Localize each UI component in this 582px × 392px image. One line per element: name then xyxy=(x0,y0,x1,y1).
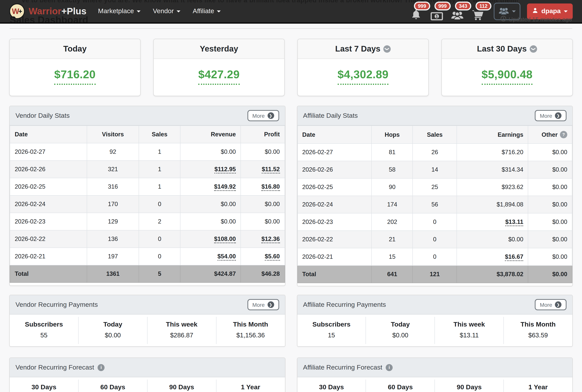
table-cell: 26 xyxy=(413,144,457,161)
table-cell: 202 xyxy=(372,213,413,231)
summary-card-value[interactable]: $427.29 xyxy=(198,68,240,85)
stat-item: This week$286.87 xyxy=(147,317,216,344)
cart-icon xyxy=(472,10,484,20)
total-cell: $424.87 xyxy=(180,265,241,282)
table-cell: 0 xyxy=(139,248,180,265)
more-label: More xyxy=(252,112,265,119)
main-menu: Marketplace Vendor Affiliate xyxy=(98,7,221,15)
logo-plus-sign: + xyxy=(18,8,22,14)
money-link[interactable]: $16.80 xyxy=(261,183,280,191)
chevron-down-icon xyxy=(137,10,140,12)
menu-marketplace[interactable]: Marketplace xyxy=(98,7,140,15)
help-icon[interactable]: ? xyxy=(560,131,567,138)
table-cell: 90 xyxy=(372,178,413,196)
info-icon[interactable]: i xyxy=(386,364,393,371)
panel-title: Vendor Daily Stats xyxy=(15,112,70,120)
table-row: 2026-02-259025$923.62$0.00 xyxy=(297,178,572,196)
table-row: 2026-02-27921$0.00$0.00 xyxy=(10,143,285,160)
table-row: 2026-02-211970$54.00$5.60 xyxy=(10,248,285,265)
money-link[interactable]: $12.36 xyxy=(261,236,280,243)
chevron-right-circle-icon: ❯ xyxy=(267,301,274,308)
column-header-label: Revenue xyxy=(211,131,236,138)
table-header-row: DateHopsSalesEarningsOther? xyxy=(297,126,572,144)
panel-header: Affiliate Recurring Payments More ❯ xyxy=(297,295,572,314)
stat-value: $63.59 xyxy=(507,332,569,339)
chevron-down-circle-icon[interactable]: ❯ xyxy=(530,45,537,52)
affiliates-button[interactable]: 343 xyxy=(450,2,464,20)
summary-card-body: $4,302.89 xyxy=(298,59,428,96)
money-link[interactable]: $149.92 xyxy=(214,183,236,191)
table-cell: 1 xyxy=(139,143,180,160)
column-header-label: Other xyxy=(542,131,558,138)
sales-badge: 999 xyxy=(435,2,451,10)
table-cell: $0.00 xyxy=(528,213,572,231)
table-cell: $0.00 xyxy=(528,248,572,266)
money-link[interactable]: $13.11 xyxy=(505,218,523,226)
total-cell: $46.28 xyxy=(241,265,285,282)
stat-label: This week xyxy=(438,321,501,328)
stat-item: Subscribers15 xyxy=(297,317,366,344)
stat-value: $286.87 xyxy=(151,332,213,339)
affiliate-recurring-more-button[interactable]: More ❯ xyxy=(535,299,567,310)
bell-icon xyxy=(411,9,422,20)
chevron-down-icon xyxy=(564,10,568,12)
vendor-forecast-stats: 30 Days$1,180.2660 Days$2,348.5790 Days$… xyxy=(10,377,285,392)
total-cell: 1361 xyxy=(87,265,139,282)
menu-vendor[interactable]: Vendor xyxy=(153,7,180,15)
table-cell: $16.67 xyxy=(457,248,528,266)
panel-header: Vendor Daily Stats More ❯ xyxy=(10,106,285,126)
stat-value: $13.11 xyxy=(438,332,501,339)
panel-header: Affiliate Recurring Forecast i xyxy=(297,358,572,377)
summary-card-value[interactable]: $4,302.89 xyxy=(337,68,388,85)
summary-cards: Today$716.20Yesterday$427.29Last 7 Days❯… xyxy=(9,39,573,96)
stat-label: 1 Year xyxy=(219,384,282,391)
affiliate-recurring-stats: Subscribers15Today$0.00This week$13.11Th… xyxy=(297,314,572,346)
table-cell: 21 xyxy=(372,231,413,248)
column-header-other: Other? xyxy=(528,126,572,144)
stat-item: Today$0.00 xyxy=(366,317,435,344)
users-group-icon xyxy=(498,6,509,16)
navbar: ve to been exactly where you are. We kno… xyxy=(0,0,582,24)
affiliate-daily-table: DateHopsSalesEarningsOther?2026-02-27812… xyxy=(297,126,572,283)
menu-affiliate[interactable]: Affiliate xyxy=(193,7,221,15)
chevron-right-circle-icon: ❯ xyxy=(267,112,274,119)
table-cell: 0 xyxy=(139,230,180,248)
table-cell: $11.52 xyxy=(241,160,285,178)
stat-item: This week$13.11 xyxy=(435,317,504,344)
money-link[interactable]: $5.60 xyxy=(265,253,280,261)
info-icon[interactable]: i xyxy=(97,364,104,371)
money-link[interactable]: $11.52 xyxy=(262,166,280,174)
money-link[interactable]: $112.95 xyxy=(214,166,236,174)
money-link[interactable]: $108.00 xyxy=(214,236,236,243)
affiliate-daily-more-button[interactable]: More ❯ xyxy=(535,110,567,121)
table-row: 2026-02-2417456$1,894.08$0.00 xyxy=(297,196,572,213)
table-cell: $0.00 xyxy=(528,196,572,213)
summary-card-value[interactable]: $5,900.48 xyxy=(482,68,533,85)
summary-card-value[interactable]: $716.20 xyxy=(54,68,96,85)
column-header-sales: Sales xyxy=(139,126,180,143)
vendor-daily-more-button[interactable]: More ❯ xyxy=(247,110,279,121)
stat-value: 15 xyxy=(300,332,363,339)
column-header-hops: Hops xyxy=(372,126,413,144)
chevron-down-circle-icon[interactable]: ❯ xyxy=(384,45,391,52)
table-cell: 2026-02-25 xyxy=(297,178,372,196)
money-link[interactable]: $54.00 xyxy=(217,253,236,261)
table-cell: $314.34 xyxy=(457,161,528,178)
table-row: 2026-02-265814$314.34$0.00 xyxy=(297,161,572,178)
vendor-recurring-more-button[interactable]: More ❯ xyxy=(247,299,279,310)
table-cell: 0 xyxy=(139,196,180,213)
table-cell: 2026-02-27 xyxy=(10,143,87,160)
summary-card-title-text: Last 7 Days xyxy=(335,44,380,54)
affiliate-recurring-panel: Affiliate Recurring Payments More ❯ Subs… xyxy=(297,295,573,347)
notifications-button[interactable]: 999 xyxy=(409,2,423,20)
total-cell: 5 xyxy=(139,265,180,282)
updated-text: Updated 15 minutes ago xyxy=(509,16,572,22)
stat-item: 1 Year$14,898.56 xyxy=(216,380,285,392)
stat-value: $1,156.36 xyxy=(219,332,282,339)
sales-button[interactable]: 1 999 xyxy=(430,2,444,20)
stat-label: 60 Days xyxy=(369,384,432,391)
cart-button[interactable]: 112 xyxy=(471,2,485,20)
table-cell: 2026-02-21 xyxy=(297,248,372,266)
money-link[interactable]: $16.67 xyxy=(505,253,523,261)
stat-label: This week xyxy=(151,321,213,328)
